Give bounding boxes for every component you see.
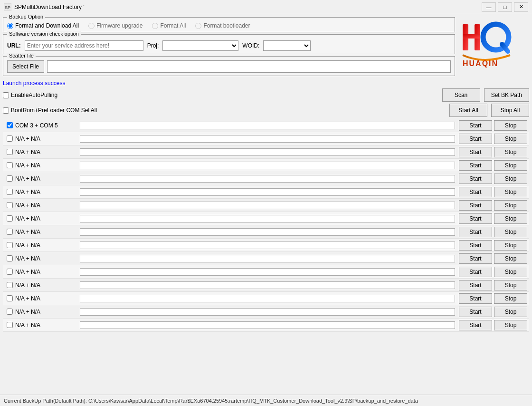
dev-label-3: N/A + N/A [14,162,76,169]
dev-checkbox-5[interactable] [5,189,14,195]
enable-auto-pulling-label: EnableAutoPulling [11,92,57,98]
dev-start-btn-3[interactable]: Start [459,160,492,171]
dev-checkbox-8[interactable] [5,229,14,235]
stop-all-button[interactable]: Stop All [491,104,529,117]
dev-start-btn-2[interactable]: Start [459,147,492,157]
dev-checkbox-2[interactable] [5,149,14,155]
radio-format-all-label: Format All [160,22,186,29]
file-path-input[interactable] [47,60,451,73]
dev-stop-btn-15[interactable]: Stop [494,320,527,330]
dev-stop-btn-12[interactable]: Stop [494,280,527,290]
dev-progress-4 [80,175,455,183]
dev-start-btn-13[interactable]: Start [459,293,492,304]
dev-start-btn-1[interactable]: Start [459,134,492,144]
dev-start-btn-8[interactable]: Start [459,227,492,237]
dev-checkbox-7[interactable] [5,215,14,222]
set-bk-path-button[interactable]: Set BK Path [484,88,529,102]
enable-auto-pulling-item[interactable]: EnableAutoPulling [3,92,438,98]
dev-start-btn-6[interactable]: Start [459,200,492,211]
dev-progress-13 [80,295,455,302]
dev-start-btn-12[interactable]: Start [459,280,492,290]
dev-label-15: N/A + N/A [14,322,76,329]
dev-progress-1 [80,135,455,143]
dev-checkbox-12[interactable] [5,282,14,288]
dev-stop-btn-6[interactable]: Stop [494,200,527,211]
dev-stop-btn-3[interactable]: Stop [494,160,527,171]
dev-progress-9 [80,242,455,249]
scatter-file-group: Scatter file Select File [3,56,455,76]
dev-start-btn-7[interactable]: Start [459,213,492,224]
device-row-4: N/A + N/AStartStop [3,172,529,185]
dev-start-btn-10[interactable]: Start [459,253,492,264]
dev-start-btn-15[interactable]: Start [459,320,492,330]
dev-checkbox-4[interactable] [5,175,14,182]
scan-button[interactable]: Scan [442,88,480,102]
dev-progress-15 [80,321,455,329]
options-area: Backup Option Format and Download All Fi… [3,17,455,76]
dev-stop-btn-8[interactable]: Stop [494,227,527,237]
scatter-row: Select File [7,58,451,73]
device-row-10: N/A + N/AStartStop [3,252,529,265]
software-version-group: Software version check option URL: Proj:… [3,34,455,54]
dev-checkbox-6[interactable] [5,202,14,208]
close-button[interactable]: ✕ [514,2,528,12]
dev-stop-btn-11[interactable]: Stop [494,267,527,277]
dev-progress-3 [80,162,455,169]
dev-progress-11 [80,268,455,276]
enable-auto-pulling-checkbox[interactable] [3,92,9,98]
dev-start-btn-5[interactable]: Start [459,187,492,197]
start-all-button[interactable]: Start All [449,104,487,117]
minimize-button[interactable]: — [482,2,496,12]
title-bar: SP SPMultiDownLoad Factory ' — □ ✕ [0,0,532,14]
dev-label-2: N/A + N/A [14,149,76,155]
dev-checkbox-14[interactable] [5,309,14,315]
bootrom-preloader-item[interactable]: BootRom+PreLoader COM Sel All [3,107,446,114]
proj-label: Proj: [147,42,159,49]
dev-start-btn-14[interactable]: Start [459,307,492,317]
device-row-9: N/A + N/AStartStop [3,239,529,252]
maximize-button[interactable]: □ [498,2,512,12]
proj-select[interactable] [162,40,238,51]
dev-label-13: N/A + N/A [14,295,76,302]
dev-start-btn-9[interactable]: Start [459,240,492,251]
url-input[interactable] [25,40,143,51]
dev-label-4: N/A + N/A [14,175,76,182]
dev-checkbox-9[interactable] [5,242,14,248]
dev-stop-btn-2[interactable]: Stop [494,147,527,157]
dev-checkbox-1[interactable] [5,135,14,142]
dev-stop-btn-7[interactable]: Stop [494,213,527,224]
dev-label-0: COM 3 + COM 5 [14,122,76,129]
dev-progress-12 [80,281,455,289]
dev-checkbox-13[interactable] [5,295,14,301]
bootrom-preloader-checkbox[interactable] [3,107,9,114]
dev-start-btn-4[interactable]: Start [459,174,492,184]
dev-checkbox-15[interactable] [5,322,14,328]
dev-checkbox-10[interactable] [5,255,14,261]
dev-checkbox-3[interactable] [5,162,14,168]
dev-progress-14 [80,308,455,316]
radio-format-dl[interactable]: Format and Download All [7,22,79,29]
dev-stop-btn-10[interactable]: Stop [494,253,527,264]
dev-stop-btn-1[interactable]: Stop [494,134,527,144]
select-file-button[interactable]: Select File [7,60,44,73]
dev-start-btn-11[interactable]: Start [459,267,492,277]
dev-stop-btn-13[interactable]: Stop [494,293,527,304]
dev-stop-btn-9[interactable]: Stop [494,240,527,251]
dev-stop-btn-4[interactable]: Stop [494,174,527,184]
dev-checkbox-0[interactable] [5,122,14,128]
app-icon: SP [4,3,11,11]
dev-progress-7 [80,215,455,222]
woid-select[interactable] [263,40,311,51]
dev-stop-btn-14[interactable]: Stop [494,307,527,317]
dev-start-btn-0[interactable]: Start [459,120,492,131]
dev-progress-0 [80,122,455,129]
title-bar-buttons: — □ ✕ [482,2,528,12]
radio-format-boot: Format bootloader [195,22,250,29]
dev-stop-btn-5[interactable]: Stop [494,187,527,197]
huaqin-logo: HUAQIN [460,19,527,72]
dev-checkbox-11[interactable] [5,269,14,275]
dev-label-7: N/A + N/A [14,215,76,222]
dev-stop-btn-0[interactable]: Stop [494,120,527,131]
backup-option-group: Backup Option Format and Download All Fi… [3,17,455,32]
device-row-13: N/A + N/AStartStop [3,292,529,305]
